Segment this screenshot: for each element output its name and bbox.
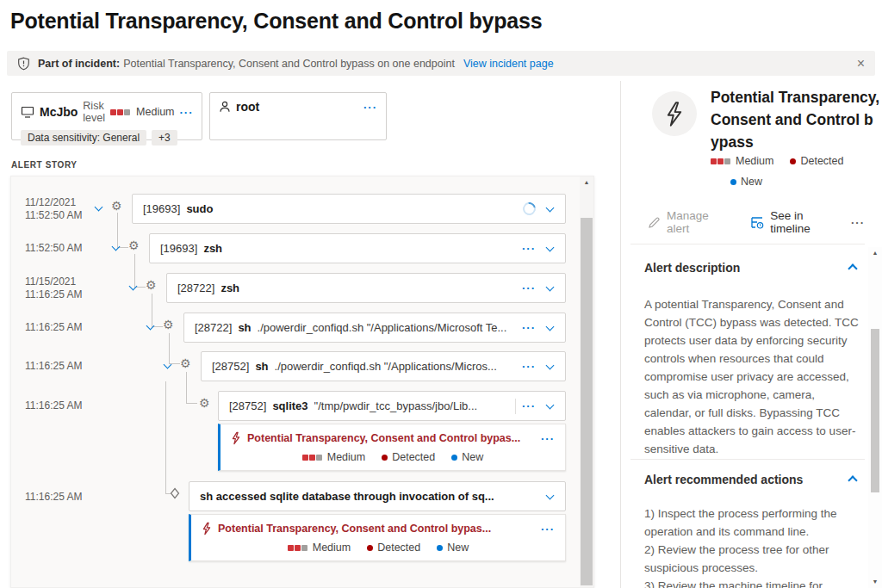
gear-icon[interactable]: ⚙ [199, 397, 210, 409]
chevron-down-icon[interactable] [546, 243, 555, 251]
alert-bolt-icon [202, 522, 212, 535]
severity-squares [711, 158, 731, 164]
close-icon[interactable]: × [857, 57, 865, 71]
chevron-up-icon[interactable] [848, 475, 857, 485]
alert-description-heading: Alert description [644, 261, 740, 275]
machine-name[interactable]: McJbo [40, 105, 78, 119]
divider [515, 399, 516, 414]
tree-connector [152, 294, 163, 327]
chevron-down-icon[interactable] [546, 491, 555, 499]
process-node-sqlite3[interactable]: [28752] sqlite3 "/tmp/pwdir_tcc_bypass/j… [218, 391, 566, 421]
alert-state: New [462, 451, 483, 463]
machine-card[interactable]: McJbo Risk level Medium ··· Data sensiti… [11, 92, 202, 140]
bolt-icon [664, 102, 685, 127]
event-icon[interactable] [170, 487, 180, 499]
detection-status: Detected [800, 155, 843, 167]
new-dot [437, 545, 443, 551]
alert-card[interactable]: Potential Transparency, Consent and Cont… [189, 514, 566, 561]
scrollbar[interactable]: ▲ ▼ [868, 247, 882, 588]
chevron-down-icon[interactable] [546, 322, 555, 331]
data-sensitivity-tag[interactable]: Data sensitivity: General [21, 130, 146, 145]
chevron-down-icon[interactable] [546, 361, 555, 369]
more-options-button[interactable]: ··· [541, 523, 555, 535]
chevron-down-icon[interactable] [546, 282, 555, 291]
scrollbar-thumb[interactable] [871, 329, 879, 492]
alert-title: Potential Transparency, Consent and Cont… [711, 86, 882, 153]
more-options-button[interactable]: ··· [522, 360, 536, 373]
detected-dot [790, 158, 796, 164]
scroll-up-icon[interactable]: ▲ [868, 247, 882, 259]
divider [630, 244, 865, 244]
row-timestamp: 11:16:25 AM [25, 321, 83, 334]
person-icon [219, 101, 231, 113]
alert-toolbar: Manage alert See in timeline ··· [648, 209, 865, 235]
more-options-button[interactable]: ··· [522, 282, 536, 294]
divider [630, 459, 865, 460]
process-node-zsh2[interactable]: [28722] zsh ··· [166, 273, 566, 303]
alert-state: New [447, 542, 469, 554]
new-dot [451, 455, 457, 461]
user-name[interactable]: root [236, 100, 259, 114]
tree-connector [165, 381, 171, 494]
manage-alert-button[interactable]: Manage alert [667, 209, 733, 235]
gear-icon[interactable]: ⚙ [146, 279, 157, 291]
event-node[interactable]: sh accessed sqlite database through invo… [189, 481, 566, 511]
row-timestamp: 11:16:25 AM [25, 360, 83, 373]
alert-story-label: ALERT STORY [11, 160, 78, 170]
alert-recommended-actions-heading: Alert recommended actions [644, 473, 803, 486]
more-options-button[interactable]: ··· [851, 216, 865, 229]
alert-card[interactable]: Potential Transparency, Consent and Cont… [218, 424, 566, 471]
row-timestamp: 11:16:25 AM [25, 491, 83, 504]
scrollbar[interactable]: ▲ [580, 176, 593, 587]
more-options-button[interactable]: ··· [541, 432, 555, 445]
scroll-down-icon[interactable]: ▼ [868, 576, 882, 588]
more-options-button[interactable]: ··· [522, 242, 536, 255]
risk-level-value: Medium [136, 106, 174, 118]
severity-squares [110, 109, 131, 115]
gear-icon[interactable]: ⚙ [128, 239, 140, 251]
gear-icon[interactable]: ⚙ [180, 357, 191, 369]
chevron-down-icon[interactable] [95, 203, 103, 212]
alert-bolt-icon [231, 431, 241, 445]
tree-connector [117, 213, 128, 248]
tree-connector [134, 254, 146, 288]
severity-label: Medium [313, 542, 351, 554]
chevron-down-icon[interactable] [546, 203, 555, 212]
loading-spinner [520, 200, 538, 218]
incident-banner: Part of incident: Potential Transparency… [7, 51, 875, 76]
more-options-button[interactable]: ··· [522, 321, 536, 334]
scroll-up-icon[interactable]: ▲ [580, 176, 593, 189]
more-options-button[interactable]: ··· [363, 101, 377, 114]
process-node-zsh[interactable]: [19693] zsh ··· [149, 233, 566, 263]
row-timestamp: 11/12/2021 11:52:50 AM [25, 196, 83, 222]
chevron-up-icon[interactable] [848, 263, 857, 273]
process-node-sh[interactable]: [28722] sh ./powerdir_confiqd.sh "/Appli… [183, 313, 566, 343]
chevron-down-icon[interactable] [546, 400, 555, 409]
risk-level-label: Risk level [83, 100, 105, 124]
severity-squares [302, 455, 323, 461]
row-timestamp: 11:16:25 AM [25, 399, 83, 412]
process-node-sh2[interactable]: [28752] sh ./powerdir_confiqd.sh "/Appli… [201, 351, 566, 381]
page-title: Potential Transparency, Consent and Cont… [10, 9, 542, 34]
banner-text: Potential Transparency, Consent and Cont… [123, 58, 455, 70]
user-card[interactable]: root ··· [209, 92, 387, 140]
see-in-timeline-button[interactable]: See in timeline [770, 209, 845, 235]
gear-icon[interactable]: ⚙ [111, 200, 122, 212]
row-timestamp: 11/15/2021 11:16:25 AM [25, 275, 83, 301]
gear-icon[interactable]: ⚙ [163, 319, 174, 331]
pencil-icon [648, 216, 661, 229]
more-tags-chip[interactable]: +3 [152, 130, 177, 145]
shield-alert-icon [17, 57, 30, 71]
process-node-sudo[interactable]: [19693] sudo [132, 194, 566, 224]
severity-squares [288, 545, 308, 551]
new-dot [730, 179, 736, 185]
more-options-button[interactable]: ··· [522, 399, 536, 412]
banner-label: Part of incident: [38, 58, 120, 70]
view-incident-page-link[interactable]: View incident page [463, 58, 554, 70]
alert-recommended-actions-body: 1) Inspect the process performing the op… [644, 504, 865, 588]
detection-status: Detected [392, 451, 435, 463]
more-options-button[interactable]: ··· [180, 106, 194, 119]
alert-state: New [741, 176, 762, 188]
scrollbar-thumb[interactable] [581, 218, 593, 585]
alert-type-badge [652, 91, 697, 136]
